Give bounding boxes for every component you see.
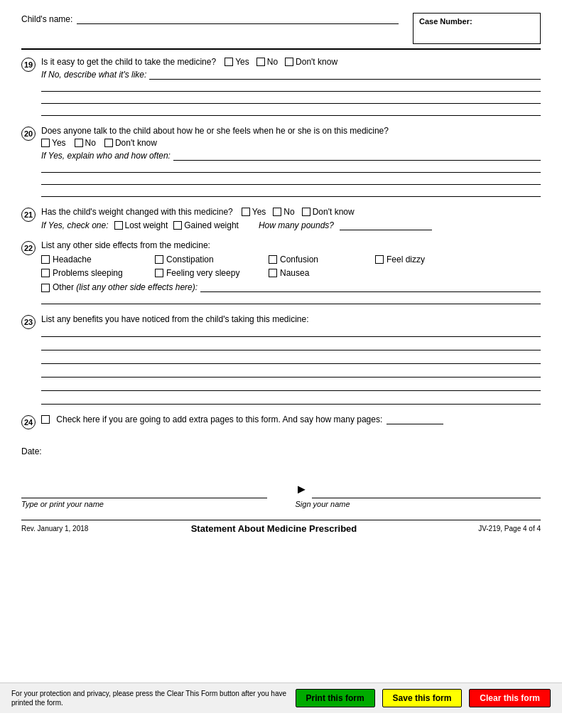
q22-feeldizzy-checkbox[interactable] <box>375 255 384 264</box>
q23-line2[interactable] <box>41 341 541 350</box>
q21-no[interactable]: No <box>273 207 294 217</box>
q19-line4[interactable] <box>41 106 541 116</box>
save-button[interactable]: Save this form <box>382 689 463 707</box>
q20-dontknow-checkbox[interactable] <box>104 139 113 147</box>
signature-section: Type or print your name ► Sign your name <box>21 482 541 508</box>
footer-code: JV-219, Page 4 of 4 <box>455 525 541 532</box>
q22-other-line2[interactable] <box>41 294 541 304</box>
q21-gained[interactable]: Gained weight <box>173 220 239 230</box>
q19-number: 19 <box>21 58 36 72</box>
q22-constipation[interactable]: Constipation <box>155 255 269 264</box>
q23-lines <box>41 327 541 405</box>
q22-confusion[interactable]: Confusion <box>269 255 375 264</box>
q22-other-input[interactable] <box>200 282 541 292</box>
q24-content: Check here if you are going to add extra… <box>41 414 541 424</box>
q19-sub-input[interactable] <box>149 70 541 80</box>
footer-info: Rev. January 1, 2018 Statement About Med… <box>21 520 541 534</box>
q20-text: Does anyone talk to the child about how … <box>41 126 389 136</box>
q23-line6[interactable] <box>41 395 541 405</box>
q22-other-check[interactable] <box>41 284 50 292</box>
q21-yes[interactable]: Yes <box>242 207 266 217</box>
q24-number: 24 <box>21 415 36 429</box>
q21-options: Yes No Don't know <box>242 207 355 217</box>
q19-content: Is it easy to get the child to take the … <box>41 57 541 116</box>
q22-feelingsleepy-checkbox[interactable] <box>155 269 163 277</box>
print-name-block: Type or print your name <box>21 484 267 508</box>
q21-yes-checkbox[interactable] <box>242 208 250 216</box>
q22-nausea-checkbox[interactable] <box>269 269 277 277</box>
q20-sub-input[interactable] <box>173 151 541 161</box>
print-name-line[interactable] <box>21 484 267 498</box>
q19-yes-checkbox[interactable] <box>225 58 233 66</box>
q21-pounds-input[interactable] <box>340 220 432 230</box>
q19-sub-label: If No, describe what it's like: <box>41 70 146 80</box>
q21-gained-checkbox[interactable] <box>173 221 182 230</box>
q22-confusion-checkbox[interactable] <box>269 255 277 264</box>
q22-feeldizzy[interactable]: Feel dizzy <box>375 255 489 264</box>
q20-yes-checkbox[interactable] <box>41 139 50 147</box>
case-number-box: Case Number: <box>413 13 541 44</box>
page-content: Child's name: Case Number: 19 Is it easy… <box>0 0 562 682</box>
sign-name-caption: Sign your name <box>296 500 541 508</box>
q22-headache[interactable]: Headache <box>41 255 155 264</box>
q19-text: Is it easy to get the child to take the … <box>41 57 216 67</box>
date-label: Date: <box>21 446 42 456</box>
q23-text: List any benefits you have noticed from … <box>41 314 309 324</box>
q23-line4[interactable] <box>41 368 541 378</box>
q24-checkbox[interactable] <box>41 415 50 424</box>
q24-text: Check here if you are going to add extra… <box>54 414 382 424</box>
q19-dontknow[interactable]: Don't know <box>285 57 337 67</box>
date-section: Date: <box>21 446 541 456</box>
q20-line4[interactable] <box>41 187 541 197</box>
q22-other-checkbox[interactable] <box>41 284 50 292</box>
q20-no[interactable]: No <box>75 138 96 148</box>
q23-line5[interactable] <box>41 381 541 391</box>
childs-name-input[interactable] <box>77 13 399 24</box>
q21-dontknow-checkbox[interactable] <box>302 208 310 216</box>
footer-rev: Rev. January 1, 2018 <box>21 525 92 532</box>
q21-pounds-label: How many pounds? <box>259 220 334 230</box>
q22-problemssleeping[interactable]: Problems sleeping <box>41 268 155 278</box>
q19-no[interactable]: No <box>256 57 278 67</box>
q21-lost-checkbox[interactable] <box>114 221 123 230</box>
q23-line1[interactable] <box>41 327 541 337</box>
q20-content: Does anyone talk to the child about how … <box>41 126 541 197</box>
q21-dontknow[interactable]: Don't know <box>302 207 355 217</box>
q20-dontknow[interactable]: Don't know <box>104 138 157 148</box>
privacy-text: For your protection and privacy, please … <box>11 689 288 707</box>
print-name-caption: Type or print your name <box>21 500 267 508</box>
q20-line2[interactable] <box>41 163 541 173</box>
header-section: Child's name: Case Number: <box>21 13 541 44</box>
q20-line3[interactable] <box>41 175 541 185</box>
q19-line2[interactable] <box>41 82 541 92</box>
q19-dontknow-checkbox[interactable] <box>285 58 293 66</box>
sign-name-line[interactable] <box>312 484 541 498</box>
q22-headache-checkbox[interactable] <box>41 255 50 264</box>
q20-sub-label: If Yes, explain who and how often: <box>41 151 171 161</box>
q24-pages-input[interactable] <box>387 414 443 424</box>
print-button[interactable]: Print this form <box>296 689 375 707</box>
q22-constipation-checkbox[interactable] <box>155 255 163 264</box>
q22-feelingsleepy[interactable]: Feeling very sleepy <box>155 268 269 278</box>
q19-no-checkbox[interactable] <box>256 58 265 66</box>
q20-no-checkbox[interactable] <box>75 139 83 147</box>
q23-line3[interactable] <box>41 354 541 364</box>
q21-content: Has the child's weight changed with this… <box>41 207 541 230</box>
q21-no-checkbox[interactable] <box>273 208 281 216</box>
question-19: 19 Is it easy to get the child to take t… <box>21 57 541 116</box>
q20-number: 20 <box>21 127 36 141</box>
question-22: 22 List any other side effects from the … <box>21 240 541 304</box>
q22-nausea[interactable]: Nausea <box>269 268 382 278</box>
q19-line3[interactable] <box>41 94 541 104</box>
question-23: 23 List any benefits you have noticed fr… <box>21 314 541 405</box>
q22-problemssleeping-checkbox[interactable] <box>41 269 50 277</box>
clear-button[interactable]: Clear this form <box>469 689 551 707</box>
bottom-bar: For your protection and privacy, please … <box>0 682 562 713</box>
q21-checkone-label: If Yes, check one: <box>41 220 109 230</box>
q21-lost[interactable]: Lost weight <box>114 220 168 230</box>
q20-yes[interactable]: Yes <box>41 138 66 148</box>
q24-checkbox-label[interactable] <box>41 415 50 424</box>
q21-number: 21 <box>21 208 36 222</box>
q21-text: Has the child's weight changed with this… <box>41 207 233 217</box>
q19-yes[interactable]: Yes <box>225 57 249 67</box>
